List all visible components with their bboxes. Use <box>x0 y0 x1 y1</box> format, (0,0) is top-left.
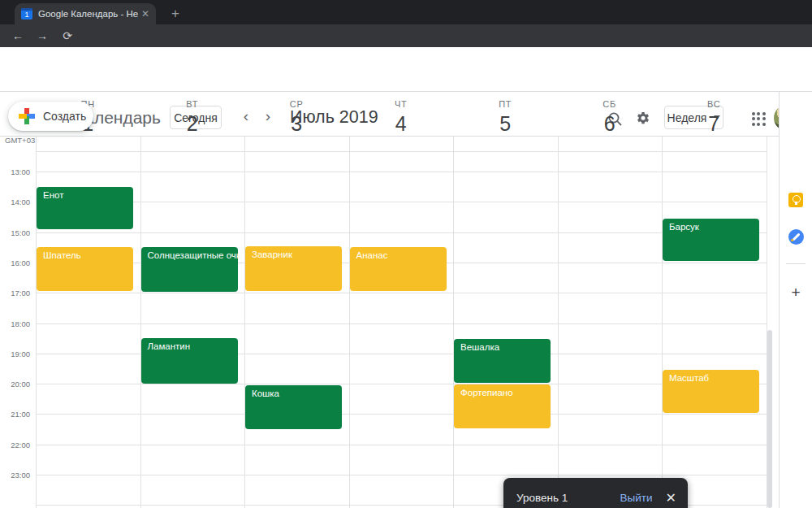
timezone-label: GMT+03 <box>5 136 35 145</box>
event[interactable]: Шпатель <box>37 247 133 290</box>
toast-message: Уровень 1 <box>516 492 620 504</box>
calendar-favicon-icon: 1 <box>21 8 32 20</box>
get-addons-button[interactable]: + <box>787 284 805 302</box>
day-number[interactable]: 6 <box>558 112 663 136</box>
allday-separator <box>36 151 767 152</box>
hour-label: 16:00 <box>0 258 30 267</box>
tab-close-icon[interactable]: ✕ <box>141 8 149 20</box>
hour-gridline <box>36 323 767 324</box>
hour-label: 14:00 <box>0 198 30 206</box>
column-gridline <box>349 136 350 508</box>
event[interactable]: Масштаб <box>663 370 759 412</box>
column-gridline <box>453 136 454 508</box>
hour-label: 13:00 <box>0 167 30 176</box>
hour-gridline <box>36 475 767 475</box>
calendar-app-header: 31 Календарь Сегодня ‹ › Июль 2019 Недел… <box>0 47 812 92</box>
day-abbr-label: ВТ <box>140 99 245 109</box>
event[interactable]: Солнцезащитные очки <box>141 247 238 292</box>
event[interactable]: Заварник <box>245 246 342 290</box>
column-gridline <box>662 136 663 508</box>
multicolor-plus-icon <box>19 108 35 124</box>
day-abbr-label: СБ <box>558 99 663 109</box>
event[interactable]: Кошка <box>245 385 342 429</box>
column-gridline <box>558 136 559 508</box>
hour-gridline <box>36 414 767 415</box>
event[interactable]: Ламантин <box>141 338 238 384</box>
event[interactable]: Ананас <box>350 247 447 291</box>
hour-gridline <box>36 172 767 172</box>
hour-label: 18:00 <box>0 319 30 328</box>
day-abbr-label: ПТ <box>453 99 558 109</box>
day-number[interactable]: 4 <box>349 112 454 136</box>
side-panel-divider <box>786 263 806 264</box>
hour-label: 21:00 <box>0 410 30 419</box>
column-gridline <box>244 136 245 508</box>
event[interactable]: Барсук <box>663 219 759 261</box>
day-abbr-label: ВС <box>662 99 767 109</box>
browser-tab[interactable]: 1 Google Календарь - Неделя: 1 ✕ <box>15 3 156 24</box>
day-number[interactable]: 2 <box>140 112 245 136</box>
event[interactable]: Вешалка <box>454 339 551 383</box>
day-number[interactable]: 7 <box>662 112 767 136</box>
day-abbr-label: ЧТ <box>349 99 454 109</box>
hour-label: 15:00 <box>0 228 30 237</box>
new-tab-button[interactable]: + <box>165 3 186 24</box>
forward-icon[interactable]: → <box>33 28 51 44</box>
tasks-icon[interactable] <box>787 228 805 245</box>
back-icon[interactable]: ← <box>9 28 27 44</box>
day-abbr-label: СР <box>244 99 349 109</box>
day-number[interactable]: 5 <box>453 112 558 136</box>
column-gridline <box>140 136 141 508</box>
keep-icon[interactable] <box>787 191 805 209</box>
side-panel: + › <box>779 92 812 508</box>
event[interactable]: Фортепиано <box>454 384 551 428</box>
browser-tabstrip: 1 Google Календарь - Неделя: 1 ✕ + <box>0 0 812 24</box>
day-number[interactable]: 3 <box>244 112 349 136</box>
hour-label: 17:00 <box>0 289 30 297</box>
hour-gridline <box>36 293 767 293</box>
toast-close-icon[interactable]: ✕ <box>666 490 676 506</box>
hour-gridline <box>36 232 767 233</box>
hour-label: 23:00 <box>0 471 30 480</box>
hour-label: 22:00 <box>0 441 30 449</box>
exit-button[interactable]: Выйти <box>620 492 653 504</box>
vertical-scrollbar[interactable] <box>767 330 772 508</box>
event[interactable]: Енот <box>37 187 133 229</box>
browser-toolbar: ← → ⟳ https://calendar.google.com/calend… <box>0 24 812 47</box>
reload-icon[interactable]: ⟳ <box>58 28 76 44</box>
tab-title: Google Календарь - Неделя: 1 <box>38 9 138 19</box>
hour-gridline <box>36 384 767 384</box>
create-event-button[interactable]: Создать <box>8 102 93 131</box>
hour-label: 20:00 <box>0 380 30 389</box>
hour-gridline <box>36 202 767 202</box>
level-toast: Уровень 1 Выйти ✕ <box>503 478 688 508</box>
page: 1 Google Календарь - Неделя: 1 ✕ + ← → ⟳… <box>0 0 812 508</box>
hour-label: 19:00 <box>0 350 30 358</box>
hour-gridline <box>36 445 767 445</box>
